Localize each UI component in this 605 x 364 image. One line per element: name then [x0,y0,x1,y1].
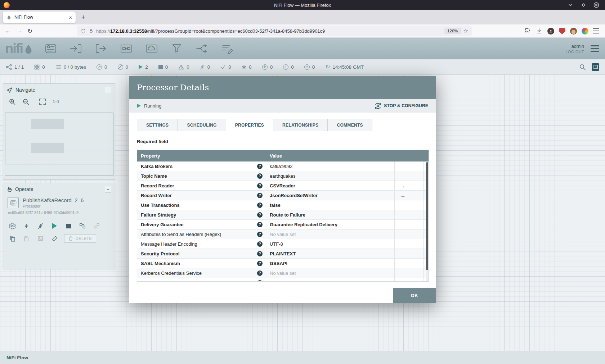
table-row[interactable]: SASL Mechanism? GSSAPI [137,259,429,268]
zoom-indicator[interactable]: 120% [444,28,461,34]
window-maximize-icon[interactable] [581,2,586,8]
enable-bolt-icon[interactable] [22,222,31,230]
status-refresh: ↻ 14:45:08 GMT [325,64,364,70]
reload-button[interactable]: ↻ [24,26,35,36]
help-icon[interactable]: ? [257,212,263,218]
lock-icon[interactable] [89,28,94,33]
tab-properties[interactable]: PROPERTIES [226,119,273,131]
bookmark-star-icon[interactable]: ☆ [463,28,468,34]
monkey-extension-icon[interactable] [570,28,577,35]
disable-bolt-icon[interactable] [36,222,45,230]
refresh-icon[interactable]: ↻ [325,64,330,70]
tab-favicon-drop-icon [6,15,12,20]
table-scrollbar-thumb[interactable] [426,162,428,270]
help-icon[interactable]: ? [257,222,263,227]
fill-color-brush-icon[interactable] [50,235,59,242]
browser-menu-icon[interactable] [593,28,599,33]
status-sync-failure: ? 0 [304,64,315,70]
extensions-puzzle-icon[interactable] [524,27,531,35]
window-close-icon[interactable] [593,2,599,8]
help-icon[interactable]: ? [257,280,263,281]
label-draggable-icon[interactable] [220,43,234,54]
output-port-draggable-icon[interactable] [94,43,108,54]
threads-grid-icon [34,64,40,70]
stop-and-configure-button[interactable]: STOP & CONFIGURE [375,103,428,109]
start-icon[interactable] [50,222,59,230]
table-row[interactable]: Delivery Guarantee? Guarantee Replicated… [137,220,429,229]
window-minimize-icon[interactable] [568,2,573,8]
table-row[interactable]: Use Transactions? false [137,200,429,210]
ungroup-icon[interactable] [92,222,101,230]
template-draggable-icon[interactable] [195,43,209,54]
table-row-partial[interactable]: ? [137,278,429,281]
colorful-extension-icon[interactable] [582,28,588,35]
forward-button[interactable]: → [14,26,24,36]
copy-icon[interactable] [8,235,17,242]
help-icon[interactable]: ? [257,270,263,276]
table-row[interactable]: Kerberos Credentials Service? No value s… [137,268,429,278]
cluster-icon [6,64,12,70]
zoom-out-icon[interactable] [22,98,30,106]
table-row[interactable]: Failure Strategy? Route to Failure [137,210,429,220]
zoom-actual-size-icon[interactable]: 1:1 [52,98,60,106]
help-icon[interactable]: ? [257,164,263,169]
table-row[interactable]: Record Reader? CSVReader → [137,181,429,191]
help-icon[interactable]: ? [257,261,263,266]
status-cluster: 1 / 1 [6,64,24,70]
table-row[interactable]: Attributes to Send as Headers (Regex)? N… [137,229,429,239]
tab-scheduling[interactable]: SCHEDULING [178,119,226,131]
panel-toggle-icon[interactable] [592,63,599,71]
help-icon[interactable]: ? [257,183,263,188]
operate-collapse-button[interactable]: − [105,186,111,192]
process-group-draggable-icon[interactable] [120,43,133,54]
help-icon[interactable]: ? [257,232,263,237]
help-icon[interactable]: ? [257,193,263,198]
table-row[interactable]: Security Protocol? PLAINTEXT [137,249,429,259]
toolbar-right-icons [524,27,602,35]
help-icon[interactable]: ? [257,173,263,179]
table-row[interactable]: Record Writer? JsonRecordSetWriter → [137,191,429,200]
logout-link[interactable]: LOG OUT [565,50,584,54]
tab-settings[interactable]: SETTINGS [137,119,178,131]
table-row[interactable]: Kafka Brokers? kafka:9092 [137,161,429,171]
stop-configure-label: STOP & CONFIGURE [384,103,428,108]
help-icon[interactable]: ? [257,251,263,256]
tab-close-icon[interactable]: × [69,14,72,21]
processor-badge-icon [8,197,19,208]
tab-relationships[interactable]: RELATIONSHIPS [273,119,328,131]
remote-process-group-draggable-icon[interactable] [145,43,158,54]
breadcrumb-nifi-flow[interactable]: NiFi Flow [6,355,28,360]
new-tab-button[interactable]: + [78,12,89,23]
url-bar[interactable]: https://172.18.0.3:32558/nifi/?processGr… [77,26,472,36]
downloads-icon[interactable] [535,27,543,35]
configure-gear-icon[interactable] [8,222,17,230]
birdseye-minimap[interactable] [5,113,113,176]
account-extension-icon[interactable] [547,28,554,35]
template-save-icon[interactable] [36,235,45,242]
processor-draggable-icon[interactable] [44,43,58,54]
zoom-in-icon[interactable] [8,98,16,106]
browser-tab-nifi-flow[interactable]: NiFi Flow × [3,12,76,23]
tracking-shield-icon[interactable] [81,28,86,34]
ok-button[interactable]: OK [393,288,436,303]
goto-service-arrow[interactable]: → [400,183,405,189]
help-icon[interactable]: ? [257,203,263,208]
ublock-origin-icon[interactable] [559,28,565,35]
input-port-draggable-icon[interactable] [69,43,83,54]
zoom-fit-icon[interactable] [39,98,46,106]
search-icon[interactable] [579,64,586,70]
back-button[interactable]: ← [3,26,14,36]
delete-button[interactable]: DELETE [64,234,96,243]
paste-icon[interactable] [22,235,31,242]
help-icon[interactable]: ? [257,241,263,247]
table-row[interactable]: Topic Name? earthquakes [137,171,429,181]
global-menu-icon[interactable] [591,45,599,52]
stop-icon[interactable] [64,222,73,230]
group-icon[interactable] [78,222,87,230]
funnel-draggable-icon[interactable] [170,43,184,54]
table-row[interactable]: Message Header Encoding? UTF-8 [137,239,429,249]
firefox-logo-icon [4,2,10,8]
tab-comments[interactable]: COMMENTS [327,119,372,131]
goto-service-arrow[interactable]: → [400,192,405,199]
navigate-collapse-button[interactable]: − [105,87,111,93]
